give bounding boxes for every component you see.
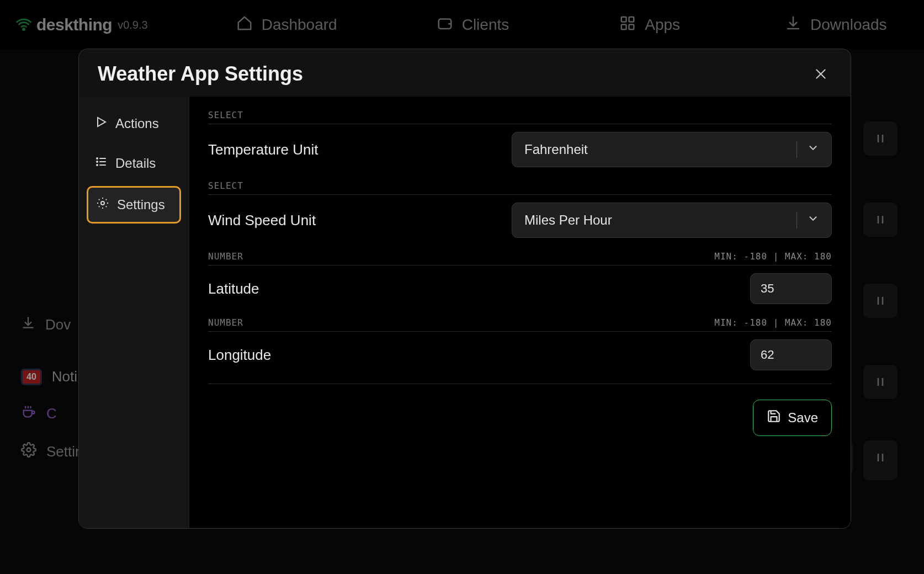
tab-settings[interactable]: Settings (87, 186, 181, 224)
tab-settings-label: Settings (117, 197, 165, 212)
temp-label: Temperature Unit (208, 141, 318, 158)
modal-sidebar: Actions Details Settings (79, 97, 189, 528)
lon-label: Longitude (208, 347, 271, 364)
tab-actions[interactable]: Actions (87, 107, 181, 141)
temp-select[interactable]: Fahrenheit (512, 132, 832, 167)
modal-footer: Save (208, 384, 832, 436)
field-category-number: NUMBER MIN: -180 | MAX: 180 (208, 251, 832, 265)
svg-point-28 (101, 201, 104, 205)
chevron-down-icon (807, 212, 819, 228)
tab-actions-label: Actions (115, 116, 159, 131)
wind-label: Wind Speed Unit (208, 212, 316, 229)
close-icon (814, 67, 828, 81)
gear-icon (96, 196, 109, 213)
range-hint: MIN: -180 | MAX: 180 (714, 251, 832, 262)
chevron-down-icon (807, 142, 819, 157)
modal-header: Weather App Settings (79, 49, 851, 97)
range-hint: MIN: -180 | MAX: 180 (714, 317, 832, 328)
list-icon (94, 155, 108, 172)
field-temperature-unit: Temperature Unit Fahrenheit (208, 132, 832, 167)
field-longitude: Longitude (208, 339, 832, 370)
tab-details-label: Details (115, 156, 156, 171)
save-button[interactable]: Save (753, 400, 832, 436)
svg-point-22 (97, 158, 98, 159)
field-category-number: NUMBER MIN: -180 | MAX: 180 (208, 317, 832, 332)
lat-input[interactable] (750, 273, 832, 304)
settings-modal: Weather App Settings Actions Details Set… (78, 49, 851, 529)
lon-input[interactable] (750, 339, 832, 370)
wind-value: Miles Per Hour (524, 212, 612, 228)
save-icon (767, 409, 781, 427)
field-category-select: SELECT (208, 180, 832, 195)
modal-title: Weather App Settings (98, 62, 303, 86)
save-label: Save (788, 410, 818, 426)
svg-point-24 (97, 161, 98, 162)
field-wind-speed-unit: Wind Speed Unit Miles Per Hour (208, 203, 832, 238)
svg-marker-21 (98, 118, 105, 126)
play-icon (94, 115, 108, 132)
lat-label: Latitude (208, 280, 259, 297)
close-button[interactable] (810, 63, 832, 85)
tab-details[interactable]: Details (87, 146, 181, 180)
modal-content: SELECT Temperature Unit Fahrenheit SELEC… (189, 97, 851, 528)
wind-select[interactable]: Miles Per Hour (512, 203, 832, 238)
temp-value: Fahrenheit (524, 142, 588, 157)
field-category-select: SELECT (208, 110, 832, 124)
field-latitude: Latitude (208, 273, 832, 304)
svg-point-26 (97, 164, 98, 166)
